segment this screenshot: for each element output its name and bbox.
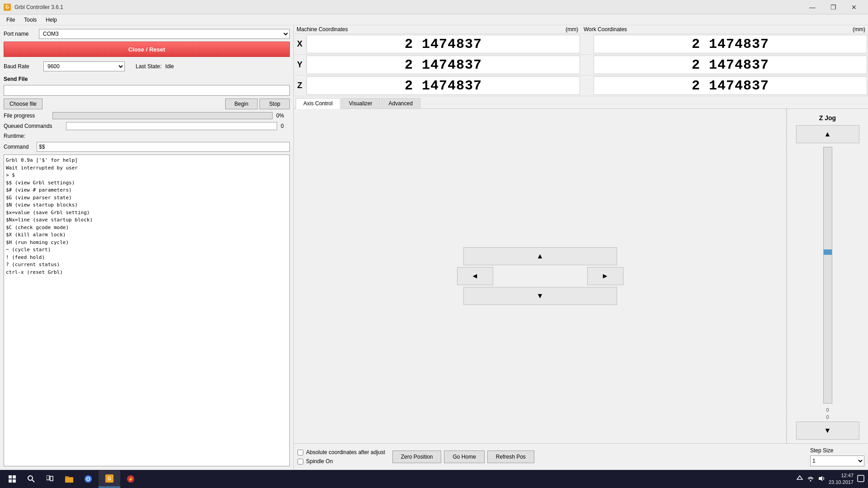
command-input[interactable] <box>37 142 290 152</box>
close-reset-button[interactable]: Close / Reset <box>4 42 290 57</box>
runtime-label: Runtime: <box>4 133 25 139</box>
abs-coords-checkbox[interactable] <box>297 450 303 455</box>
queued-value: 0 <box>281 123 290 129</box>
jog-left-button[interactable]: ◄ <box>457 267 493 285</box>
menu-help[interactable]: Help <box>41 16 61 24</box>
z-jog-down-button[interactable]: ▼ <box>796 422 859 440</box>
z-slider[interactable] <box>823 147 832 404</box>
machine-coords-section: Machine Coordinates (mm) X 2 1474837 Y 2… <box>294 25 581 96</box>
console-line-16: ctrl-x (reset Grbl) <box>6 269 288 277</box>
window-title: Grbl Controller 3.6.1 <box>14 4 63 10</box>
go-home-button[interactable]: Go Home <box>444 450 484 463</box>
progress-pct: 0% <box>276 113 290 119</box>
jog-up-button[interactable]: ▲ <box>463 247 617 265</box>
main-area: Port name COM3 Close / Reset Baud Rate 9… <box>0 25 868 470</box>
x-label: X <box>294 34 306 54</box>
menu-file[interactable]: File <box>2 16 19 24</box>
wy-label <box>581 55 593 75</box>
taskbar-system-tray: 12:47 23.10.2017 <box>796 472 864 486</box>
right-content: Machine Coordinates (mm) X 2 1474837 Y 2… <box>294 25 868 470</box>
wifi-icon <box>807 475 814 483</box>
svg-rect-2 <box>9 479 12 483</box>
console-line-13: ~ (cycle start) <box>6 246 288 254</box>
begin-button[interactable]: Begin <box>225 99 258 109</box>
console-line-4: $$ (view Grbl settings) <box>6 179 288 187</box>
svg-line-5 <box>32 480 34 482</box>
console-line-9: $Nx=line (save startup block) <box>6 216 288 224</box>
svg-rect-18 <box>858 475 864 482</box>
jog-area: ▲ ◄ ► ▼ Z Jog <box>294 109 868 443</box>
work-x-row: 2 1474837 <box>581 34 868 55</box>
console-line-10: $C (check gcode mode) <box>6 224 288 232</box>
minimize-button[interactable]: — <box>802 0 823 14</box>
svg-marker-17 <box>819 476 822 481</box>
title-bar: G Grbl Controller 3.6.1 — ❐ ✕ <box>0 0 868 14</box>
notification-icon[interactable] <box>857 475 864 483</box>
command-label: Command <box>4 144 33 150</box>
title-bar-left: G Grbl Controller 3.6.1 <box>4 4 63 11</box>
queued-display <box>66 122 277 130</box>
refresh-pos-button[interactable]: Refresh Pos <box>487 450 534 463</box>
taskbar-search-icon[interactable] <box>23 470 40 488</box>
work-coords-section: Work Coordinates (mm) 2 1474837 2 147483… <box>581 25 868 96</box>
app-icon: G <box>4 4 11 11</box>
machine-z-value: 2 1474837 <box>307 76 580 95</box>
console-line-1: Grbl 0.9a ['$' for help] <box>6 157 288 164</box>
console-line-3: > $ <box>6 172 288 179</box>
z-slider-thumb <box>824 249 832 255</box>
taskbar-grbl-app[interactable]: G <box>99 470 120 488</box>
queued-label: Queued Commands <box>4 123 62 129</box>
file-path-input[interactable] <box>4 85 290 96</box>
tab-axis-control[interactable]: Axis Control <box>296 98 340 109</box>
taskbar-date: 23.10.2017 <box>829 479 854 486</box>
queued-commands-row: Queued Commands 0 <box>4 122 290 130</box>
menu-tools[interactable]: Tools <box>19 16 41 24</box>
jog-right-button[interactable]: ► <box>587 267 623 285</box>
close-button[interactable]: ✕ <box>844 0 864 14</box>
machine-x-value: 2 1474837 <box>307 35 580 53</box>
taskbar-chrome-icon[interactable] <box>80 470 97 488</box>
svg-rect-9 <box>65 476 69 478</box>
jog-middle-row: ◄ ► <box>457 267 623 285</box>
work-x-value: 2 1474837 <box>594 35 867 53</box>
machine-x-row: X 2 1474837 <box>294 34 581 55</box>
z-jog-up-button[interactable]: ▲ <box>796 125 859 143</box>
state-value: Idle <box>165 63 174 70</box>
jog-down-button[interactable]: ▼ <box>463 287 617 305</box>
port-label: Port name <box>4 31 35 37</box>
console-line-11: $X (kill alarm lock) <box>6 231 288 239</box>
z-label: Z <box>294 75 306 96</box>
spindle-checkbox[interactable] <box>297 459 303 465</box>
machine-coords-label: Machine Coordinates <box>297 26 348 33</box>
abs-coords-label: Absolute coordinates after adjust <box>306 449 385 455</box>
restore-button[interactable]: ❐ <box>823 0 844 14</box>
console-area: Grbl 0.9a ['$' for help] Wait interrupte… <box>4 155 290 466</box>
taskbar-alert-icon[interactable]: ⚡ <box>122 470 139 488</box>
baud-select[interactable]: 9600 <box>43 61 125 71</box>
console-line-2: Wait interrupted by user <box>6 164 288 172</box>
tab-bar: Axis Control Visualizer Advanced <box>294 96 868 109</box>
stop-button[interactable]: Stop <box>259 99 290 109</box>
svg-marker-15 <box>797 476 802 479</box>
taskbar-start-button[interactable] <box>4 470 21 488</box>
tab-visualizer[interactable]: Visualizer <box>341 98 380 108</box>
choose-file-button[interactable]: Choose file <box>4 99 42 109</box>
baud-label: Baud Rate <box>4 63 40 70</box>
checkbox-section: Absolute coordinates after adjust Spindl… <box>297 449 385 465</box>
z-jog-label: Z Jog <box>819 114 836 122</box>
jog-up-row: ▲ <box>463 247 617 265</box>
zero-position-button[interactable]: Zero Position <box>392 450 442 463</box>
port-select[interactable]: COM3 <box>39 29 290 39</box>
tab-advanced[interactable]: Advanced <box>381 98 420 108</box>
taskbar-explorer-icon[interactable] <box>61 470 78 488</box>
svg-rect-0 <box>9 475 12 479</box>
runtime-row: Runtime: <box>4 133 290 139</box>
menu-bar: File Tools Help <box>0 14 868 25</box>
taskbar-task-view-icon[interactable] <box>42 470 59 488</box>
svg-text:⚡: ⚡ <box>128 476 134 482</box>
machine-y-row: Y 2 1474837 <box>294 55 581 75</box>
svg-point-4 <box>28 476 33 480</box>
step-size-select[interactable]: 1 5 10 50 100 <box>810 455 864 466</box>
coordinates-section: Machine Coordinates (mm) X 2 1474837 Y 2… <box>294 25 868 96</box>
console-line-14: ! (feed hold) <box>6 254 288 262</box>
